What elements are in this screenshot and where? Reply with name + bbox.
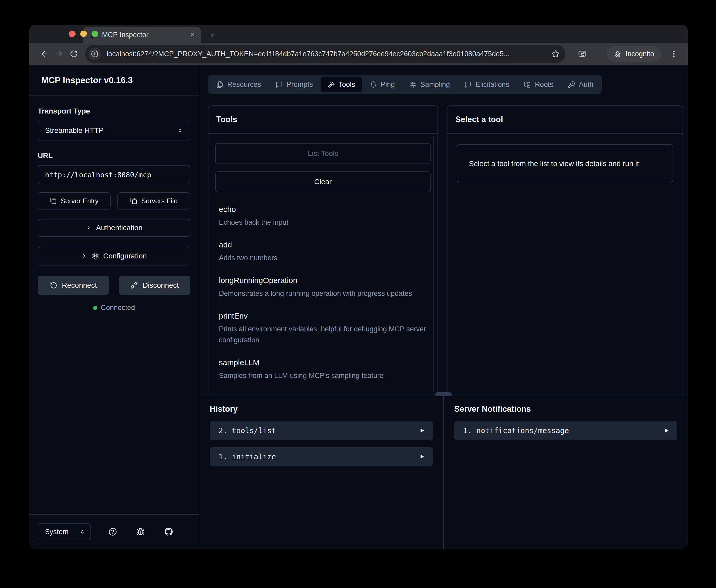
tab-tools[interactable]: Tools <box>321 77 362 92</box>
app-title: MCP Inspector v0.16.3 <box>41 75 133 85</box>
server-notifications-title: Server Notifications <box>454 404 677 414</box>
select-tool-title: Select a tool <box>455 115 503 124</box>
clear-label: Clear <box>314 177 332 186</box>
browser-menu-icon[interactable] <box>670 50 678 58</box>
notification-item[interactable]: 1. notifications/message <box>454 421 677 440</box>
chevron-up-down-icon <box>177 127 183 134</box>
list-tools-label: List Tools <box>308 149 338 158</box>
authentication-expander[interactable]: Authentication <box>38 219 190 237</box>
resize-handle[interactable] <box>435 392 452 396</box>
url-text[interactable]: localhost:6274/?MCP_PROXY_AUTH_TOKEN=ec1… <box>107 50 547 58</box>
tab-prompts[interactable]: Prompts <box>269 77 320 92</box>
back-button[interactable] <box>37 46 52 61</box>
sidebar-footer: System <box>29 514 199 549</box>
tab-resources[interactable]: Resources <box>210 77 267 92</box>
browser-tab-title: MCP Inspector <box>102 31 189 39</box>
configuration-expander[interactable]: Configuration <box>38 247 190 266</box>
tool-list-item[interactable]: sampleLLM Samples from an LLM using MCP'… <box>215 358 431 381</box>
site-info-icon[interactable] <box>88 48 101 60</box>
tools-scrollbar[interactable] <box>433 136 434 392</box>
server-url-input[interactable]: http://localhost:8080/mcp <box>38 165 190 184</box>
bottom-section: History 2. tools/list 1. initialize <box>199 394 688 549</box>
history-item[interactable]: 2. tools/list <box>210 421 433 440</box>
select-tool-panel: Select a tool Select a tool from the lis… <box>447 105 683 394</box>
github-icon[interactable] <box>165 528 173 536</box>
theme-select[interactable]: System <box>38 523 91 540</box>
tool-list-item[interactable]: longRunningOperation Demonstrates a long… <box>215 276 431 299</box>
browser-tab[interactable]: MCP Inspector <box>83 27 201 43</box>
tab-label: Roots <box>535 81 554 89</box>
sidebar-body: Transport Type Streamable HTTP URL http:… <box>29 96 199 514</box>
list-tools-button[interactable]: List Tools <box>215 143 431 164</box>
history-panel: History 2. tools/list 1. initialize <box>199 395 443 549</box>
gear-icon <box>92 252 99 260</box>
tab-roots[interactable]: Roots <box>517 77 560 92</box>
tab-sampling[interactable]: Sampling <box>403 77 457 92</box>
tab-ping[interactable]: Ping <box>363 77 402 92</box>
theme-value: System <box>45 528 68 536</box>
new-tab-button[interactable] <box>208 31 216 39</box>
tools-panel-header: Tools <box>209 106 437 134</box>
tab-label: Prompts <box>287 81 313 89</box>
select-tool-header: Select a tool <box>448 106 682 134</box>
feature-tabs: Resources Prompts Tools <box>208 75 602 94</box>
address-bar[interactable]: localhost:6274/?MCP_PROXY_AUTH_TOKEN=ec1… <box>85 45 565 63</box>
expand-play-icon[interactable] <box>664 428 670 434</box>
history-item[interactable]: 1. initialize <box>210 447 433 466</box>
zoom-window-button[interactable] <box>91 30 98 37</box>
message-square-icon <box>276 81 283 88</box>
transport-type-select[interactable]: Streamable HTTP <box>38 121 190 141</box>
tab-label: Tools <box>339 81 355 89</box>
minimize-window-button[interactable] <box>80 30 87 37</box>
bug-icon[interactable] <box>136 528 145 536</box>
disconnect-button[interactable]: Disconnect <box>119 276 190 295</box>
tool-description: Echoes back the input <box>219 217 427 228</box>
side-search-icon[interactable] <box>578 50 586 58</box>
reload-button[interactable] <box>66 46 81 61</box>
tool-list-item[interactable]: printEnv Prints all environment variable… <box>215 312 431 345</box>
empty-message-text: Select a tool from the list to view its … <box>469 160 639 168</box>
incognito-label: Incognito <box>626 50 654 58</box>
tab-close-icon[interactable] <box>189 31 196 38</box>
server-entry-label: Server Entry <box>61 197 99 205</box>
tools-panel-title: Tools <box>216 115 237 124</box>
servers-file-button[interactable]: Servers File <box>117 192 190 210</box>
sidebar-header: MCP Inspector v0.16.3 <box>29 65 199 96</box>
tools-panel: Tools List Tools Clear echo Echoes back … <box>208 105 438 394</box>
hash-icon <box>410 81 417 88</box>
reconnect-button[interactable]: Reconnect <box>38 276 109 295</box>
clear-button[interactable]: Clear <box>215 171 431 192</box>
tool-name: add <box>219 240 427 249</box>
forward-button[interactable] <box>52 46 66 61</box>
server-entry-button[interactable]: Server Entry <box>38 192 111 210</box>
tool-description: Demonstrates a long running operation wi… <box>219 288 427 299</box>
tool-name: sampleLLM <box>219 358 427 367</box>
select-tool-empty-message: Select a tool from the list to view its … <box>457 144 673 183</box>
window-controls <box>69 25 98 43</box>
connection-status: Connected <box>38 304 190 312</box>
expand-play-icon[interactable] <box>419 454 425 460</box>
expand-play-icon[interactable] <box>419 428 425 434</box>
servers-file-label: Servers File <box>141 197 178 205</box>
reconnect-label: Reconnect <box>62 281 97 290</box>
close-window-button[interactable] <box>69 30 75 37</box>
tab-elicitations[interactable]: Elicitations <box>458 77 516 92</box>
authentication-label: Authentication <box>96 224 142 232</box>
chevron-up-down-icon <box>80 529 85 534</box>
tab-label: Resources <box>227 81 261 89</box>
bookmark-star-icon[interactable] <box>552 50 560 58</box>
incognito-icon <box>613 50 622 58</box>
toolbar-divider <box>597 49 597 59</box>
tool-list-item[interactable]: add Adds two numbers <box>215 240 431 264</box>
tool-list-item[interactable]: echo Echoes back the input <box>215 205 431 228</box>
tool-name: echo <box>219 205 427 214</box>
main-area: Resources Prompts Tools <box>199 65 688 549</box>
tab-auth[interactable]: Auth <box>561 77 600 92</box>
bell-icon <box>370 81 377 88</box>
help-icon[interactable] <box>109 528 117 536</box>
history-item-label: 2. tools/list <box>219 426 276 435</box>
key-icon <box>568 81 575 88</box>
status-label: Connected <box>101 304 135 312</box>
server-notifications-panel: Server Notifications 1. notifications/me… <box>443 395 688 549</box>
sidebar: MCP Inspector v0.16.3 Transport Type Str… <box>29 65 199 549</box>
